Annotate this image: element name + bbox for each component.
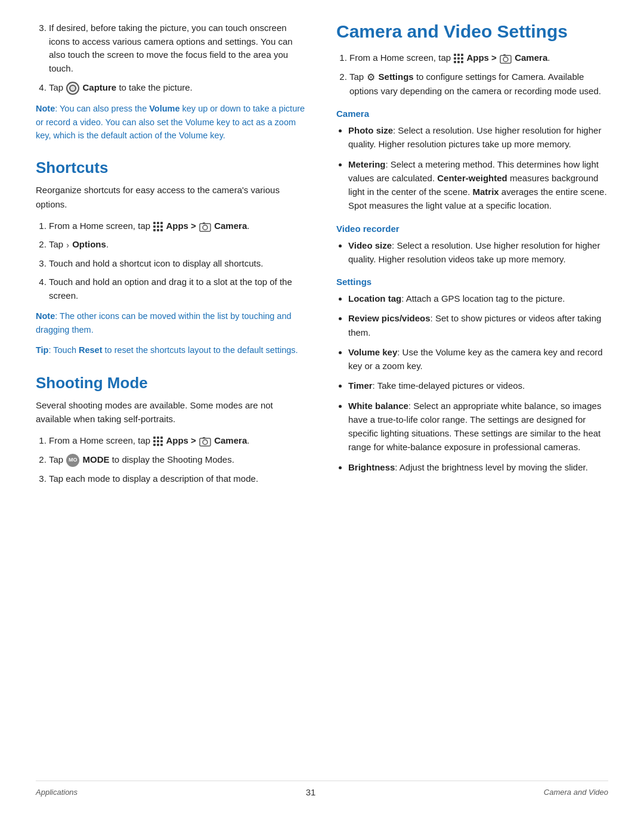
right-column: Camera and Video Settings From a Home sc… — [336, 21, 608, 764]
shortcuts-step-list: From a Home screen, tap Apps > Cam — [49, 219, 308, 303]
video-bullets: Video size: Select a resolution. Use hig… — [348, 239, 608, 267]
intro-note: Note: You can also press the Volume key … — [36, 102, 308, 142]
settings-bullet-brightness: Brightness: Adjust the brightness level … — [348, 460, 608, 474]
intro-step-list: If desired, before taking the picture, y… — [49, 21, 308, 95]
camera-small-icon-3 — [500, 52, 512, 64]
intro-step-4: Tap Capture to take the picture. — [49, 81, 308, 95]
cvs-step-list: From a Home screen, tap Apps > Cam — [349, 51, 608, 98]
shortcuts-step-3: Touch and hold a shortcut icon to displa… — [49, 257, 308, 271]
shooting-mode-title: Shooting Mode — [36, 374, 308, 392]
settings-bullet-volume: Volume key: Use the Volume key as the ca… — [348, 345, 608, 373]
camera-bullet-metering: Metering: Select a metering method. This… — [348, 157, 608, 213]
shooting-mode-step-1: From a Home screen, tap Apps > Cam — [49, 434, 308, 448]
shortcuts-step-1: From a Home screen, tap Apps > Cam — [49, 219, 308, 233]
capture-icon — [66, 82, 79, 95]
footer-left: Applications — [36, 788, 78, 797]
apps-icon — [153, 222, 163, 231]
shortcuts-section: Shortcuts Reorganize shortcuts for easy … — [36, 159, 308, 357]
left-column: If desired, before taking the picture, y… — [36, 21, 308, 764]
page: If desired, before taking the picture, y… — [0, 0, 644, 833]
settings-bullet-timer: Timer: Take time-delayed pictures or vid… — [348, 379, 608, 392]
apps-icon-2 — [153, 436, 163, 446]
settings-bullet-location: Location tag: Attach a GPS location tag … — [348, 292, 608, 305]
shooting-mode-step-2: Tap MO MODE to display the Shooting Mode… — [49, 453, 308, 467]
footer-right: Camera and Video — [544, 788, 608, 797]
shortcuts-tip-label: Tip — [36, 345, 48, 355]
shortcuts-tip: Tip: Touch Reset to reset the shortcuts … — [36, 343, 308, 357]
svg-point-1 — [203, 225, 208, 230]
cvs-step-1: From a Home screen, tap Apps > Cam — [349, 51, 608, 65]
settings-subsection-title: Settings — [336, 277, 608, 287]
shortcuts-step-2: Tap › Options. — [49, 238, 308, 252]
shortcuts-note: Note: The other icons can be moved withi… — [36, 309, 308, 336]
camera-video-settings-title: Camera and Video Settings — [336, 21, 608, 42]
svg-point-7 — [503, 57, 508, 62]
camera-small-icon-2 — [199, 435, 211, 447]
cvs-step-2: Tap ⚙ Settings to configure settings for… — [349, 70, 608, 98]
svg-point-4 — [203, 440, 208, 445]
camera-bullet-photosize: Photo size: Select a resolution. Use hig… — [348, 123, 608, 151]
svg-rect-8 — [503, 54, 506, 56]
shortcuts-title: Shortcuts — [36, 159, 308, 177]
shortcuts-desc: Reorganize shortcuts for easy access to … — [36, 183, 308, 211]
shortcuts-step-4: Touch and hold an option and drag it to … — [49, 275, 308, 302]
camera-subsection-title: Camera — [336, 109, 608, 119]
intro-step-3: If desired, before taking the picture, y… — [49, 21, 308, 75]
svg-rect-5 — [203, 437, 205, 439]
gear-icon: ⚙ — [367, 70, 375, 85]
page-footer: Applications 31 Camera and Video — [36, 781, 608, 797]
svg-rect-2 — [203, 222, 205, 224]
chevron-right-icon: › — [66, 239, 69, 252]
camera-small-icon — [199, 221, 211, 233]
shortcuts-note-label: Note — [36, 311, 55, 321]
shooting-mode-step-list: From a Home screen, tap Apps > Cam — [49, 434, 308, 485]
video-bullet-videosize: Video size: Select a resolution. Use hig… — [348, 239, 608, 267]
shooting-mode-desc: Several shooting modes are available. So… — [36, 398, 308, 426]
shooting-mode-section: Shooting Mode Several shooting modes are… — [36, 374, 308, 486]
apps-icon-3 — [454, 54, 463, 63]
shooting-mode-step-3: Tap each mode to display a description o… — [49, 472, 308, 486]
settings-bullets: Location tag: Attach a GPS location tag … — [348, 292, 608, 474]
footer-center: 31 — [306, 787, 316, 797]
mode-icon: MO — [66, 454, 79, 467]
intro-steps: If desired, before taking the picture, y… — [36, 21, 308, 142]
video-subsection-title: Video recorder — [336, 224, 608, 234]
note-label: Note — [36, 104, 55, 113]
settings-bullet-review: Review pics/videos: Set to show pictures… — [348, 311, 608, 339]
camera-video-settings-section: Camera and Video Settings From a Home sc… — [336, 21, 608, 474]
settings-bullet-whitebalance: White balance: Select an appropriate whi… — [348, 399, 608, 454]
camera-bullets: Photo size: Select a resolution. Use hig… — [348, 123, 608, 213]
